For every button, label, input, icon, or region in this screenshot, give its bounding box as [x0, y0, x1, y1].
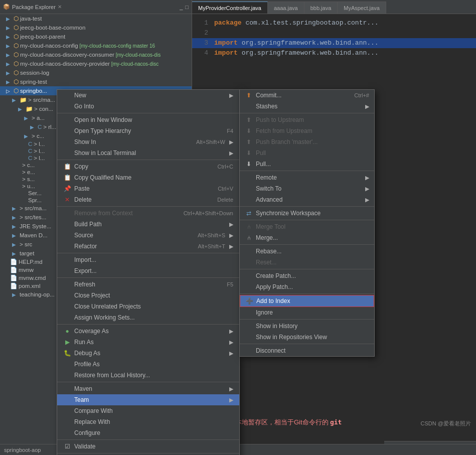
copy-qualified-icon: 📋	[63, 174, 71, 182]
tree-label: mvnw	[19, 267, 34, 273]
menu-item-type-hierarchy[interactable]: Open Type Hierarchy F4	[57, 125, 239, 136]
submenu-item-switch-to[interactable]: Switch To ▶	[240, 183, 374, 194]
menu-item-profile-as[interactable]: Profile As	[57, 359, 239, 370]
open-window-icon	[63, 116, 71, 124]
menu-item-assign-working[interactable]: Assign Working Sets...	[57, 312, 239, 323]
menu-item-remove-context[interactable]: Remove from Context Ctrl+Alt+Shift+Down	[57, 208, 239, 219]
menu-item-export[interactable]: Export...	[57, 265, 239, 276]
submenu-label: Synchronize Workspace	[256, 210, 321, 217]
tree-label: > u...	[22, 183, 35, 189]
project-icon: ⬡	[14, 33, 19, 40]
arrow-icon: ▶	[229, 339, 233, 346]
tree-item-jeecg-parent[interactable]: ▶ ⬡ jeecg-boot-parent	[0, 32, 192, 41]
menu-item-source[interactable]: Source Alt+Shift+S ▶	[57, 230, 239, 241]
menu-item-debug-as[interactable]: 🐛 Debug As ▶	[57, 348, 239, 359]
submenu-item-advanced[interactable]: Advanced ▶	[240, 194, 374, 205]
submenu-item-rebase[interactable]: Rebase...	[240, 246, 374, 257]
panel-close-icon[interactable]: ✕	[58, 4, 62, 10]
menu-label: Run As	[74, 339, 94, 346]
submenu-item-remote[interactable]: Remote ▶	[240, 172, 374, 183]
submenu-item-push-upstream[interactable]: ⬆ Push to Upstream	[240, 114, 374, 125]
tree-label: pom.xml	[19, 283, 40, 289]
remove-icon	[63, 209, 71, 217]
tab-bbb[interactable]: bbb.java	[304, 2, 338, 14]
submenu-item-show-history[interactable]: Show in History	[240, 321, 374, 332]
menu-item-delete[interactable]: ✕ Delete Delete	[57, 194, 239, 205]
tree-item-nacos-config[interactable]: ▶ ⬡ my-cloud-nacos-config [my-cloud-naco…	[0, 41, 192, 50]
advanced-icon	[245, 196, 253, 204]
expand-icon: ▶	[10, 231, 18, 239]
submenu-item-show-repo[interactable]: Show in Repositories View	[240, 332, 374, 343]
menu-item-close-project[interactable]: Close Project	[57, 290, 239, 301]
tree-label: jeecg-boot-base-common	[20, 25, 85, 31]
code-line-2: 2	[192, 28, 476, 38]
panel-title-text: Package Explorer	[12, 4, 56, 10]
submenu-label: Create Patch...	[256, 272, 296, 279]
menu-item-compare-with[interactable]: Compare With	[57, 405, 239, 416]
tab-myaspect[interactable]: MyAspect.java	[338, 2, 386, 14]
tree-item-session-log[interactable]: ▶ ⬡ session-log	[0, 68, 192, 77]
menu-item-paste[interactable]: 📌 Paste Ctrl+V	[57, 183, 239, 194]
menu-item-open-new-window[interactable]: Open in New Window	[57, 114, 239, 125]
menu-item-import[interactable]: Import...	[57, 254, 239, 265]
tree-item-nacos-consumer[interactable]: ▶ ⬡ my-cloud-nacos-discovery-consumer [m…	[0, 50, 192, 59]
submenu-item-commit[interactable]: ⬆ Commit... Ctrl+#	[240, 90, 374, 101]
tree-item-jeecg-base[interactable]: ▶ ⬡ jeecg-boot-base-common	[0, 23, 192, 32]
menu-item-refactor[interactable]: Refactor Alt+Shift+T ▶	[57, 241, 239, 252]
submenu-item-apply-patch[interactable]: Apply Patch...	[240, 281, 374, 292]
submenu-item-push-branch[interactable]: ⬆ Push Branch 'master'...	[240, 136, 374, 147]
menu-divider-8	[57, 439, 239, 440]
menu-label: Export...	[74, 267, 97, 274]
menu-item-copy[interactable]: 📋 Copy Ctrl+C	[57, 161, 239, 172]
submenu-item-stashes[interactable]: Stashes ▶	[240, 101, 374, 112]
submenu-item-pull-dialog[interactable]: ⬇ Pull...	[240, 159, 374, 170]
folder-icon: 📁	[20, 96, 27, 103]
expand-icon: ▶	[4, 42, 12, 50]
submenu-item-fetch-upstream[interactable]: ⬇ Fetch from Upstream	[240, 125, 374, 136]
submenu-item-ignore[interactable]: Ignore	[240, 307, 374, 318]
status-project-label: springboot-aop	[4, 447, 41, 453]
menu-item-go-into[interactable]: Go Into	[57, 101, 239, 112]
menu-item-team[interactable]: Team ▶	[57, 394, 239, 405]
menu-item-show-local-terminal[interactable]: Show in Local Terminal ▶	[57, 147, 239, 159]
menu-item-close-unrelated[interactable]: Close Unrelated Projects	[57, 301, 239, 312]
submenu-item-sync-workspace[interactable]: ⇄ Synchronize Workspace	[240, 208, 374, 219]
menu-item-new[interactable]: New ▶	[57, 90, 239, 101]
tree-item-java-test[interactable]: ▶ ⬡ java-test	[0, 14, 192, 23]
submenu-item-merge[interactable]: ⑃ Merge...	[240, 232, 374, 243]
menu-item-refresh[interactable]: Refresh F5	[57, 279, 239, 290]
menu-label: Debug As	[74, 350, 100, 357]
submenu-label: Stashes	[256, 103, 277, 110]
tree-item-nacos-provider[interactable]: ▶ ⬡ my-cloud-nacos-discovery-provider [m…	[0, 59, 192, 68]
menu-item-validate[interactable]: ☑ Validate	[57, 441, 239, 452]
menu-item-configure[interactable]: Configure	[57, 427, 239, 438]
tree-label: > con...	[34, 106, 53, 112]
tree-label: springbo...	[20, 88, 47, 94]
menu-divider-6	[57, 324, 239, 325]
menu-item-coverage-as[interactable]: ● Coverage As ▶	[57, 326, 239, 337]
tab-aaaa[interactable]: aaaa.java	[268, 2, 304, 14]
minimize-icon[interactable]: ⎯	[180, 4, 183, 10]
tab-my-provider-controller[interactable]: MyProviderController.java	[192, 2, 268, 14]
submenu-item-add-to-index[interactable]: ➕ Add to Index	[240, 295, 374, 307]
tree-label: session-log	[20, 70, 49, 76]
menu-item-build-path[interactable]: Build Path ▶	[57, 219, 239, 230]
maximize-icon[interactable]: □	[185, 4, 189, 10]
shortcut-label: Alt+Shift+S	[198, 232, 225, 238]
git-label: [my-cloud-nacos-dis	[114, 52, 161, 58]
shortcut-label: F4	[227, 128, 233, 134]
menu-item-show-in[interactable]: Show In Alt+Shift+W ▶	[57, 136, 239, 147]
submenu-item-pull[interactable]: ⬇ Pull	[240, 147, 374, 159]
menu-item-replace-with[interactable]: Replace With	[57, 416, 239, 427]
menu-label: Go Into	[74, 103, 94, 110]
submenu-item-disconnect[interactable]: Disconnect	[240, 345, 374, 356]
menu-label: Show in Local Terminal	[74, 149, 136, 157]
menu-item-maven[interactable]: Maven ▶	[57, 383, 239, 394]
menu-item-restore-history[interactable]: Restore from Local History...	[57, 370, 239, 381]
submenu-item-reset[interactable]: Reset...	[240, 257, 374, 268]
submenu-item-create-patch[interactable]: Create Patch...	[240, 270, 374, 281]
submenu-item-merge-tool[interactable]: ⑃ Merge Tool	[240, 221, 374, 232]
menu-item-copy-qualified[interactable]: 📋 Copy Qualified Name	[57, 172, 239, 183]
menu-item-run-as[interactable]: ▶ Run As ▶	[57, 337, 239, 348]
tree-item-spring-test[interactable]: ▶ ⬡ spring-test	[0, 77, 192, 86]
